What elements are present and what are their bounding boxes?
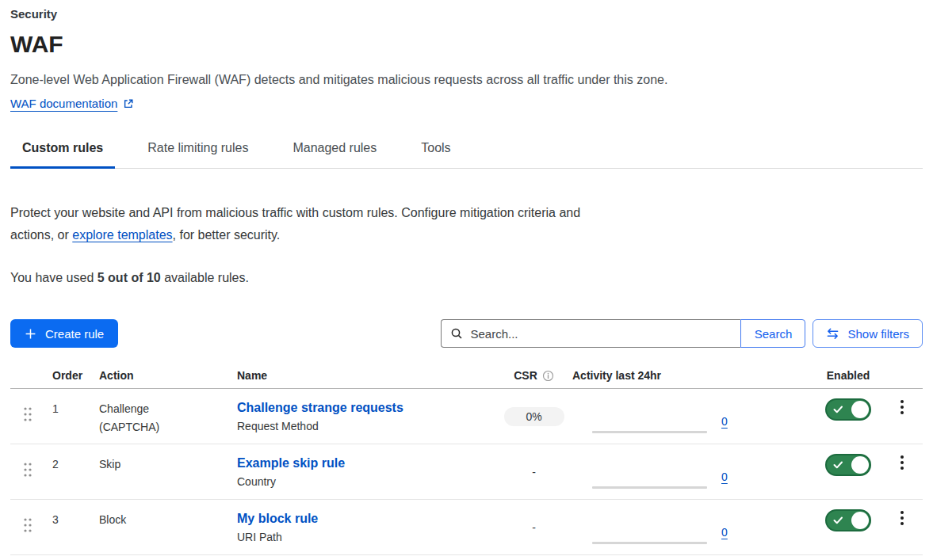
custom-rules-intro: Protect your website and API from malici… [10,202,592,246]
waf-tabs: Custom rules Rate limiting rules Managed… [10,135,923,169]
usage-prefix: You have used [10,271,98,284]
check-icon [833,516,843,525]
show-filters-label: Show filters [847,327,909,341]
rule-order: 1 [45,389,89,418]
activity-sparkline [592,486,707,489]
tab-tools[interactable]: Tools [409,135,462,168]
csr-empty: - [532,521,536,534]
create-rule-label: Create rule [45,327,104,341]
kebab-menu-button[interactable] [895,453,909,472]
rule-field: Country [237,474,495,490]
toggle-knob [851,512,869,529]
create-rule-button[interactable]: Create rule [10,319,118,348]
table-header-row: Order Action Name CSR Activity last 24hr… [10,363,923,389]
show-filters-button[interactable]: Show filters [813,319,923,348]
rule-name-link[interactable]: My block rule [237,512,318,525]
usage-suffix: available rules. [161,271,249,284]
rule-action: Block [89,500,227,529]
tab-custom-rules[interactable]: Custom rules [10,135,115,168]
rule-order: 2 [45,444,89,474]
csr-empty: - [532,466,536,478]
header-enabled: Enabled [815,369,881,382]
custom-rules-table: Order Action Name CSR Activity last 24hr… [10,363,923,555]
tab-rate-limiting-rules[interactable]: Rate limiting rules [136,135,260,168]
activity-count-link[interactable]: 0 [721,471,728,482]
enabled-toggle[interactable] [825,454,871,476]
table-row: 2 Skip Example skip rule Country - 0 [10,444,923,500]
rule-field: Request Method [237,419,495,434]
external-link-icon [123,98,134,109]
search-input[interactable] [441,319,740,348]
toggle-knob [851,456,869,474]
table-row: 1 Challenge (CAPTCHA) Challenge strange … [10,389,923,444]
header-action: Action [89,369,227,382]
check-icon [833,405,843,414]
rule-action: Challenge (CAPTCHA) [89,389,227,436]
page-title: WAF [10,30,923,59]
drag-handle-icon[interactable] [22,517,33,533]
tab-managed-rules[interactable]: Managed rules [281,135,388,168]
breadcrumb-security: Security [10,6,923,22]
search-group: Search Show filters [441,319,923,348]
doc-link-label: WAF documentation [10,97,117,110]
search-button[interactable]: Search [740,319,805,348]
info-icon[interactable] [542,370,554,382]
header-name: Name [227,369,495,382]
activity-count-link[interactable]: 0 [721,527,728,538]
usage-count: 5 out of 10 [98,271,161,284]
enabled-toggle[interactable] [825,398,871,421]
intro-text-after: , for better security. [173,228,281,242]
header-order: Order [45,369,89,382]
rules-usage-text: You have used 5 out of 10 available rule… [10,270,923,286]
kebab-menu-button[interactable] [895,509,909,528]
activity-count-link[interactable]: 0 [721,416,728,427]
search-icon [450,327,463,343]
rule-action: Skip [89,444,227,474]
header-activity: Activity last 24hr [572,369,749,382]
check-icon [833,460,843,470]
kebab-menu-button[interactable] [895,398,909,417]
swap-arrows-icon [826,328,839,339]
explore-templates-link[interactable]: explore templates [72,228,172,242]
rules-toolbar: Create rule Search [10,319,923,348]
rule-name-link[interactable]: Challenge strange requests [237,401,403,414]
waf-page: Security WAF Zone-level Web Application … [0,0,933,555]
activity-sparkline [592,542,707,544]
table-row: 3 Block My block rule URI Path - 0 [10,500,923,555]
header-csr: CSR [514,369,537,382]
toggle-knob [851,401,869,418]
plus-icon [25,328,36,340]
drag-handle-icon[interactable] [22,406,33,422]
rule-name-link[interactable]: Example skip rule [237,456,345,470]
drag-handle-icon[interactable] [22,462,33,478]
enabled-toggle[interactable] [825,509,871,531]
csr-badge: 0% [504,407,564,426]
rule-field: URI Path [237,530,495,545]
page-description: Zone-level Web Application Firewall (WAF… [10,71,923,89]
activity-sparkline [592,431,707,433]
waf-documentation-link[interactable]: WAF documentation [10,97,134,110]
rule-order: 3 [45,500,89,529]
